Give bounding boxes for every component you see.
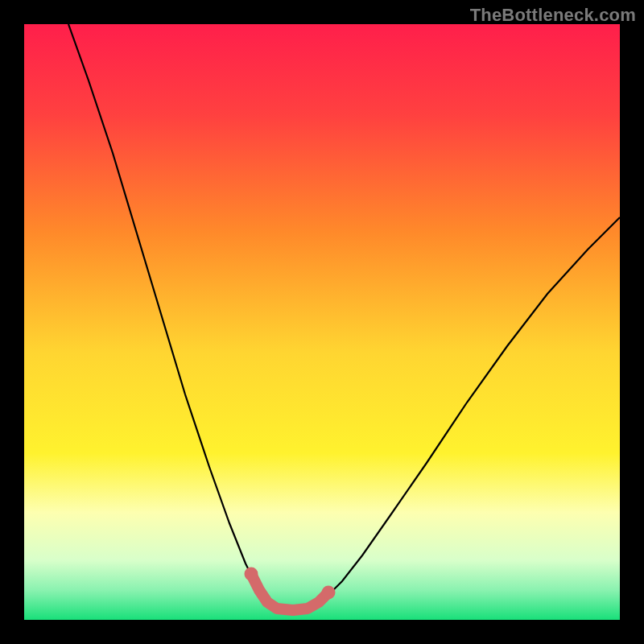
- outer-frame: TheBottleneck.com: [0, 0, 644, 644]
- watermark-text: TheBottleneck.com: [470, 5, 636, 26]
- marker-dot-1: [322, 586, 336, 600]
- marker-dot-0: [245, 568, 258, 581]
- plot-area: [24, 24, 620, 620]
- gradient-background: [24, 24, 620, 620]
- bottleneck-chart: [24, 24, 620, 620]
